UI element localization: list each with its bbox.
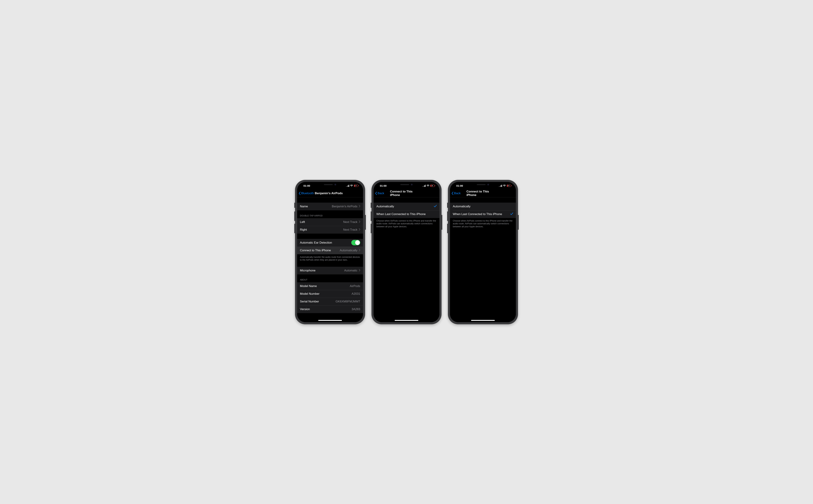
mic-value: Automatic <box>344 269 357 272</box>
svg-rect-0 <box>346 186 347 187</box>
row-left[interactable]: Left Next Track <box>297 218 363 226</box>
svg-rect-7 <box>422 186 423 187</box>
connect-label: Connect to This iPhone <box>300 249 331 252</box>
home-indicator[interactable] <box>471 320 495 321</box>
row-version: Version 3A283 <box>297 305 363 313</box>
row-model-number: Model Number A2031 <box>297 290 363 298</box>
ear-label: Automatic Ear Detection <box>300 241 332 244</box>
cellular-icon <box>422 185 426 187</box>
wifi-icon <box>350 185 353 187</box>
section-header-doubletap: DOUBLE-TAP AIRPOD <box>297 210 363 218</box>
checkmark-icon <box>510 212 513 216</box>
right-value: Next Track <box>343 228 357 232</box>
options-footer: Choose when AirPods connect to this iPho… <box>450 218 516 228</box>
notch <box>390 182 423 187</box>
phone-frame-1: 01:00 Bluetooth Benjamin's AirPods Name <box>295 180 365 324</box>
nav-back-label: Back <box>378 192 384 195</box>
option-last-label: When Last Connected to This iPhone <box>376 212 426 216</box>
chevron-right-icon <box>359 220 360 224</box>
row-microphone[interactable]: Microphone Automatic <box>297 267 363 274</box>
option-auto-label: Automatically <box>453 205 470 208</box>
nav-bar: Back Connect to This iPhone <box>374 190 439 197</box>
nav-back-button[interactable]: Back <box>451 192 461 195</box>
row-option-automatically[interactable]: Automatically <box>450 203 516 210</box>
nav-title: Benjamin's AirPods <box>315 192 343 195</box>
right-label: Right <box>300 228 307 232</box>
left-value: Next Track <box>343 220 357 224</box>
status-time: 01:00 <box>455 184 463 187</box>
row-ear-detection[interactable]: Automatic Ear Detection <box>297 239 363 247</box>
nav-back-button[interactable]: Bluetooth <box>299 192 314 195</box>
svg-rect-17 <box>501 185 502 187</box>
checkmark-icon <box>434 205 437 208</box>
phone-frame-3: 01:00 Back Connect to This iPhone Automa <box>448 180 518 324</box>
chevron-right-icon <box>359 205 360 208</box>
svg-rect-12 <box>431 185 431 187</box>
wifi-icon <box>503 185 506 187</box>
chevron-right-icon <box>359 249 360 252</box>
svg-rect-2 <box>348 185 348 187</box>
svg-rect-13 <box>435 185 435 186</box>
row-model-name: Model Name AirPods <box>297 282 363 290</box>
name-value: Benjamin's AirPods <box>332 205 357 208</box>
status-time: 01:00 <box>378 184 387 187</box>
status-time: 01:00 <box>302 184 310 187</box>
left-label: Left <box>300 220 305 224</box>
ear-detection-toggle[interactable] <box>351 240 360 245</box>
svg-rect-8 <box>423 186 424 187</box>
chevron-right-icon <box>359 228 360 232</box>
section-header-about: ABOUT <box>297 274 363 282</box>
serial-value: GK6XM8FMJMMT <box>336 300 360 303</box>
battery-icon <box>430 185 435 187</box>
svg-rect-5 <box>354 185 355 187</box>
model-number-label: Model Number <box>300 292 320 296</box>
mic-label: Microphone <box>300 269 316 272</box>
serial-label: Serial Number <box>300 300 319 303</box>
options-footer: Choose when AirPods connect to this iPho… <box>374 218 439 228</box>
row-name[interactable]: Name Benjamin's AirPods <box>297 203 363 210</box>
row-connect[interactable]: Connect to This iPhone Automatically <box>297 247 363 254</box>
model-name-value: AirPods <box>350 284 360 288</box>
row-right[interactable]: Right Next Track <box>297 226 363 234</box>
chevron-left-icon <box>451 192 453 195</box>
svg-rect-20 <box>511 185 511 186</box>
nav-back-label: Back <box>454 192 461 195</box>
home-indicator[interactable] <box>318 320 342 321</box>
name-label: Name <box>300 205 308 208</box>
notch <box>466 182 500 187</box>
phone-frame-2: 01:00 Back Connect to This iPhone Automa <box>371 180 442 324</box>
model-number-value: A2031 <box>352 292 360 296</box>
row-option-automatically[interactable]: Automatically <box>374 203 439 210</box>
svg-rect-14 <box>499 186 499 187</box>
nav-title: Connect to This iPhone <box>390 190 423 197</box>
nav-bar: Back Connect to This iPhone <box>450 190 516 197</box>
notch <box>313 182 347 187</box>
chevron-right-icon <box>359 269 360 272</box>
svg-rect-19 <box>507 185 508 187</box>
svg-rect-9 <box>424 185 425 187</box>
connect-value: Automatically <box>340 249 357 252</box>
svg-rect-16 <box>501 185 501 187</box>
cellular-icon <box>346 185 349 187</box>
nav-back-button[interactable]: Back <box>375 192 384 195</box>
nav-bar: Bluetooth Benjamin's AirPods <box>297 190 363 197</box>
svg-rect-15 <box>500 186 500 187</box>
row-serial: Serial Number GK6XM8FMJMMT <box>297 298 363 305</box>
row-option-last-connected[interactable]: When Last Connected to This iPhone <box>374 210 439 218</box>
svg-rect-6 <box>358 185 359 186</box>
version-value: 3A283 <box>352 308 360 311</box>
option-auto-label: Automatically <box>376 205 394 208</box>
chevron-left-icon <box>299 192 301 195</box>
row-option-last-connected[interactable]: When Last Connected to This iPhone <box>450 210 516 218</box>
svg-rect-1 <box>347 186 347 187</box>
chevron-left-icon <box>375 192 377 195</box>
battery-icon <box>354 185 359 187</box>
option-last-label: When Last Connected to This iPhone <box>453 212 502 216</box>
cellular-icon <box>499 185 502 187</box>
home-indicator[interactable] <box>395 320 418 321</box>
model-name-label: Model Name <box>300 284 317 288</box>
svg-rect-3 <box>349 185 349 187</box>
battery-icon <box>507 185 512 187</box>
svg-rect-10 <box>425 185 426 187</box>
nav-back-label: Bluetooth <box>301 192 314 195</box>
